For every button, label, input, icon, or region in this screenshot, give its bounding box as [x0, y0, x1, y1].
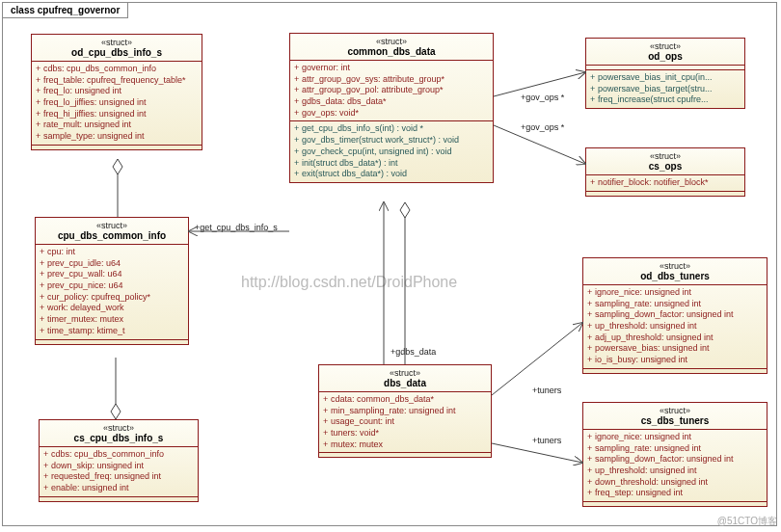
- class-cs-cpu-dbs-info-s: «struct» cs_cpu_dbs_info_s +cdbs: cpu_db…: [39, 419, 199, 502]
- corner-watermark: @51CTO博客: [717, 515, 777, 528]
- attr-section: +cdbs: cpu_dbs_common_info +freq_table: …: [32, 62, 202, 146]
- class-od-ops: «struct» od_ops +powersave_bias_init_cpu…: [585, 38, 745, 109]
- attr-section: +cpu: int +prev_cpu_idle: u64 +prev_cpu_…: [36, 245, 188, 340]
- edge-label-gov-ops-1: +gov_ops *: [521, 93, 564, 102]
- class-cpu-dbs-common-info: «struct» cpu_dbs_common_info +cpu: int +…: [35, 217, 189, 345]
- edge-label-tuners-2: +tuners: [532, 436, 561, 445]
- class-dbs-data: «struct» dbs_data +cdata: common_dbs_dat…: [318, 364, 492, 458]
- edge-label-gdbs-data: +gdbs_data: [390, 347, 436, 357]
- method-section: +get_cpu_dbs_info_s(int) : void * +gov_d…: [290, 121, 493, 181]
- attr-section: +notifier_block: notifier_block*: [586, 175, 744, 192]
- edge-label-get-cpu-dbs-info-s: +get_cpu_dbs_info_s: [195, 223, 278, 232]
- class-header: «struct» od_dbs_tuners: [583, 258, 767, 285]
- class-common-dbs-data: «struct» common_dbs_data +governor: int …: [289, 33, 494, 183]
- class-header: «struct» cs_ops: [586, 148, 744, 175]
- frame-title: class cpufreq_governor: [3, 3, 128, 18]
- class-header: «struct» dbs_data: [319, 365, 491, 392]
- class-cs-dbs-tuners: «struct» cs_dbs_tuners +ignore_nice: uns…: [582, 402, 768, 507]
- attr-section: +cdata: common_dbs_data* +min_sampling_r…: [319, 392, 491, 453]
- attr-section: +cdbs: cpu_dbs_common_info +down_skip: u…: [40, 447, 198, 497]
- class-header: «struct» common_dbs_data: [290, 34, 493, 61]
- class-cs-ops: «struct» cs_ops +notifier_block: notifie…: [585, 147, 745, 197]
- method-section: +powersave_bias_init_cpu(in... +powersav…: [586, 70, 744, 108]
- class-od-dbs-tuners: «struct» od_dbs_tuners +ignore_nice: uns…: [582, 257, 768, 374]
- class-header: «struct» od_ops: [586, 39, 744, 66]
- class-header: «struct» cs_dbs_tuners: [583, 403, 767, 430]
- class-header: «struct» od_cpu_dbs_info_s: [32, 35, 202, 62]
- attr-section: +ignore_nice: unsigned int +sampling_rat…: [583, 285, 767, 369]
- class-header: «struct» cs_cpu_dbs_info_s: [40, 420, 198, 447]
- attr-section: +governor: int +attr_group_gov_sys: attr…: [290, 61, 493, 121]
- attr-section: +ignore_nice: unsigned int +sampling_rat…: [583, 430, 767, 502]
- edge-label-gov-ops-2: +gov_ops *: [521, 122, 564, 132]
- edge-label-tuners-1: +tuners: [532, 386, 561, 395]
- class-header: «struct» cpu_dbs_common_info: [36, 218, 188, 245]
- class-od-cpu-dbs-info-s: «struct» od_cpu_dbs_info_s +cdbs: cpu_db…: [31, 34, 202, 150]
